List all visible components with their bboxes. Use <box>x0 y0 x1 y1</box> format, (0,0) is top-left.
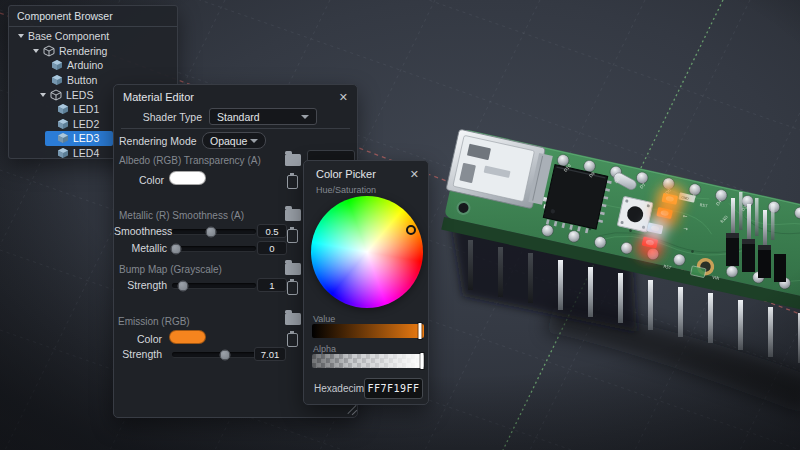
cube-icon <box>57 132 69 144</box>
cube-icon <box>57 118 69 130</box>
emission-color-label: Color <box>114 333 162 345</box>
folder-icon[interactable] <box>285 313 301 325</box>
bump-strength-value[interactable]: 1 <box>257 278 287 292</box>
folder-icon[interactable] <box>285 263 301 275</box>
component-browser-title: Component Browser <box>9 6 177 27</box>
color-picker-panel: Color Picker ✕ Hue/Saturation Value Alph… <box>303 160 429 405</box>
cube-icon <box>51 59 63 71</box>
value-marker[interactable] <box>419 323 422 339</box>
emission-strength-value[interactable]: 7.01 <box>254 347 286 361</box>
cube-wire-icon <box>50 89 62 101</box>
cube-icon <box>57 103 69 115</box>
hexadecimal-input[interactable]: FF7F19FF <box>364 378 423 399</box>
value-label: Value <box>313 314 335 324</box>
smoothness-slider[interactable] <box>172 229 256 234</box>
divider <box>121 128 350 129</box>
bump-strength-slider[interactable] <box>172 283 256 288</box>
app-window: D10 D9 D8 D7 D6 D5 D4 D3 GND RST RXD ← →… <box>0 0 800 450</box>
cube-icon <box>51 74 63 86</box>
metallic-slider-thumb[interactable] <box>171 243 182 254</box>
hue-saturation-label: Hue/Saturation <box>316 185 376 195</box>
alpha-slider-bar[interactable] <box>312 354 424 368</box>
value-slider-bar[interactable] <box>312 324 424 338</box>
bump-strength-label: Strength <box>114 279 167 291</box>
chevron-down-icon <box>250 139 258 143</box>
expand-arrow-icon[interactable] <box>40 93 46 97</box>
expand-arrow-icon[interactable] <box>33 49 39 53</box>
emission-strength-slider[interactable] <box>172 352 256 357</box>
emission-color-swatch[interactable] <box>169 330 206 344</box>
expand-arrow-icon[interactable] <box>18 34 24 38</box>
tree-item-rendering[interactable]: Rendering <box>9 44 177 59</box>
material-editor-title: Material Editor <box>123 91 194 103</box>
cube-icon <box>57 147 69 159</box>
metallic-label: Metallic <box>114 242 167 254</box>
albedo-color-label: Color <box>114 174 164 186</box>
shader-type-dropdown[interactable]: Standard <box>209 108 317 125</box>
smoothness-value[interactable]: 0.5 <box>257 224 287 238</box>
alpha-marker[interactable] <box>421 353 424 369</box>
bump-section-header: Bump Map (Grayscale) <box>119 264 222 275</box>
clipboard-icon[interactable] <box>287 333 298 347</box>
chevron-down-icon <box>301 115 309 119</box>
emission-strength-slider-thumb[interactable] <box>219 349 230 360</box>
metallic-value[interactable]: 0 <box>257 241 287 255</box>
albedo-section-header: Albedo (RGB) Transparency (A) <box>119 155 261 166</box>
shader-type-label: Shader Type <box>114 111 202 123</box>
close-icon[interactable]: ✕ <box>339 92 348 103</box>
alpha-label: Alpha <box>313 344 336 354</box>
metallic-section-header: Metallic (R) Smoothness (A) <box>119 210 244 221</box>
clipboard-icon[interactable] <box>287 281 298 295</box>
albedo-color-swatch[interactable] <box>169 171 206 185</box>
folder-icon[interactable] <box>285 209 301 221</box>
hue-saturation-wheel[interactable] <box>311 196 423 308</box>
tree-item-arduino[interactable]: Arduino <box>9 58 177 73</box>
close-icon[interactable]: ✕ <box>410 169 419 180</box>
rendering-mode-dropdown[interactable]: Opaque <box>202 132 266 149</box>
metallic-slider[interactable] <box>172 246 256 251</box>
tree-item-base-component[interactable]: Base Component <box>9 29 177 44</box>
clipboard-icon[interactable] <box>287 229 298 243</box>
smoothness-label: Smoothness <box>114 225 167 237</box>
rendering-mode-label: Rendering Mode <box>119 135 199 147</box>
emission-section-header: Emission (RGB) <box>118 316 190 327</box>
folder-icon[interactable] <box>285 154 301 166</box>
clipboard-icon[interactable] <box>287 175 298 189</box>
cube-wire-icon <box>43 45 55 57</box>
bump-strength-slider-thumb[interactable] <box>177 280 188 291</box>
color-picker-title: Color Picker <box>316 168 376 180</box>
smoothness-slider-thumb[interactable] <box>205 226 216 237</box>
emission-strength-label: Strength <box>114 348 162 360</box>
color-selector-ring[interactable] <box>406 225 416 235</box>
